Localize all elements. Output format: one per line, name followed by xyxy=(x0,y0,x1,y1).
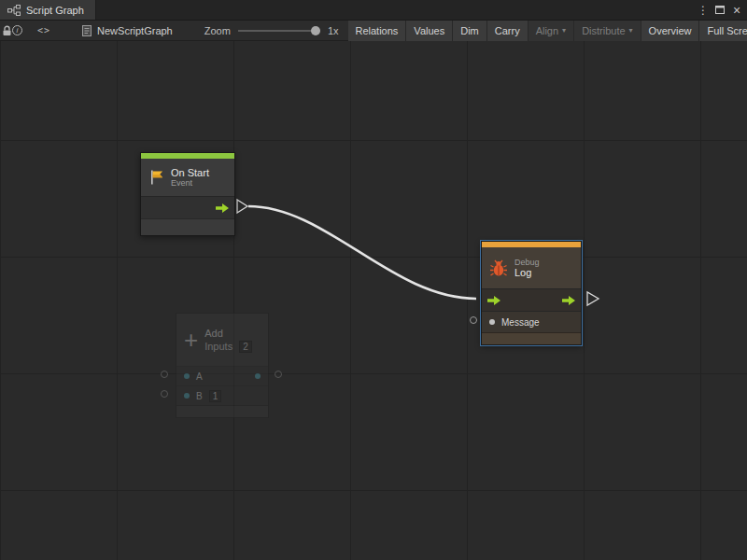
toolbar-button-fullscreen[interactable]: Full Screen xyxy=(699,21,747,41)
port-hint-circle xyxy=(161,371,168,378)
maximize-button[interactable] xyxy=(712,0,728,21)
node-title: Log xyxy=(514,267,540,278)
lock-button[interactable] xyxy=(2,21,12,41)
message-input-port[interactable] xyxy=(489,319,495,325)
lock-icon xyxy=(2,25,12,36)
code-view-button[interactable]: <> xyxy=(37,21,50,41)
node-header: Debug Log xyxy=(482,247,581,288)
info-button[interactable]: i xyxy=(12,21,22,41)
port-hint-circle xyxy=(275,371,282,378)
input-row-b: B 1 xyxy=(176,385,268,405)
window-titlebar: Script Graph ⋮ × xyxy=(0,0,747,21)
node-on-start-event[interactable]: On Start Event xyxy=(140,152,235,236)
input-port-b[interactable] xyxy=(184,393,190,399)
info-icon: i xyxy=(12,25,22,35)
graph-canvas[interactable]: On Start Event xyxy=(0,41,747,560)
tab-script-graph[interactable]: Script Graph xyxy=(0,0,96,20)
toolbar-button-values[interactable]: Values xyxy=(406,21,453,41)
port-hint-circle xyxy=(161,390,168,398)
port-label-b: B xyxy=(196,391,203,401)
message-port-label: Message xyxy=(501,317,540,328)
node-debug-log[interactable]: Debug Log Message xyxy=(481,241,582,345)
control-input-port[interactable] xyxy=(487,296,500,305)
zoom-slider-knob[interactable] xyxy=(311,26,320,35)
control-ports-row xyxy=(482,288,581,311)
port-hint-circle xyxy=(470,316,477,324)
toolbar-buttons: Relations Values Dim Carry Align ▾ Distr… xyxy=(348,21,747,41)
flow-direction-arrow xyxy=(237,200,247,213)
toolbar-button-dim[interactable]: Dim xyxy=(453,21,487,41)
zoom-control: Zoom 1x xyxy=(204,24,339,37)
control-output-port[interactable] xyxy=(216,203,229,213)
node-footer xyxy=(482,332,581,344)
control-output-port[interactable] xyxy=(562,296,575,305)
value-field-b[interactable]: 1 xyxy=(209,390,222,402)
kebab-menu-button[interactable]: ⋮ xyxy=(695,0,712,21)
node-title: Add xyxy=(204,328,252,339)
node-header: On Start Event xyxy=(141,159,234,196)
toolbar-button-relations[interactable]: Relations xyxy=(348,21,407,41)
node-category: Debug xyxy=(514,258,540,267)
input-row-a: A xyxy=(176,366,268,385)
graph-name: NewScriptGraph xyxy=(97,25,173,36)
node-header: + Add Inputs 2 xyxy=(176,314,268,366)
inputs-count-field[interactable]: 2 xyxy=(239,341,252,353)
toolbar-button-align[interactable]: Align ▾ xyxy=(529,21,574,41)
window-controls: ⋮ × xyxy=(695,0,747,20)
close-button[interactable]: × xyxy=(728,0,745,21)
zoom-label: Zoom xyxy=(204,25,231,36)
node-subtitle: Event xyxy=(171,178,209,188)
graph-tab-icon xyxy=(7,5,21,16)
input-port-a[interactable] xyxy=(184,373,190,379)
wire-onstart-to-log xyxy=(248,206,476,299)
tab-title: Script Graph xyxy=(26,5,84,16)
node-title: On Start xyxy=(171,167,209,178)
chevron-down-icon: ▾ xyxy=(562,26,566,35)
chevron-down-icon: ▾ xyxy=(629,26,633,35)
node-footer xyxy=(176,405,268,417)
flow-direction-arrow xyxy=(587,292,599,305)
zoom-slider-track xyxy=(238,30,320,32)
inputs-label: Inputs xyxy=(204,341,233,352)
graph-toolbar: i <> NewScriptGraph Zoom 1x Relations Va… xyxy=(0,21,747,41)
node-add-dimmed[interactable]: + Add Inputs 2 A B 1 xyxy=(159,313,289,425)
zoom-slider[interactable] xyxy=(238,24,320,37)
toolbar-button-overview[interactable]: Overview xyxy=(641,21,700,41)
toolbar-button-carry[interactable]: Carry xyxy=(487,21,529,41)
flag-icon xyxy=(148,169,164,186)
message-input-row: Message xyxy=(482,311,581,332)
graph-breadcrumb[interactable]: NewScriptGraph xyxy=(82,25,173,36)
plus-icon: + xyxy=(184,328,198,352)
connection-layer xyxy=(0,41,747,560)
zoom-value: 1x xyxy=(328,25,339,36)
maximize-icon xyxy=(715,6,725,14)
code-icon: <> xyxy=(37,25,50,35)
control-ports-row xyxy=(141,196,234,218)
toolbar-button-distribute[interactable]: Distribute ▾ xyxy=(574,21,641,41)
node-add[interactable]: + Add Inputs 2 A B 1 xyxy=(176,313,269,418)
script-icon xyxy=(82,25,92,36)
node-footer xyxy=(141,218,234,235)
port-label-a: A xyxy=(196,371,203,382)
bug-icon xyxy=(489,258,508,278)
sum-output-port[interactable] xyxy=(255,373,261,379)
